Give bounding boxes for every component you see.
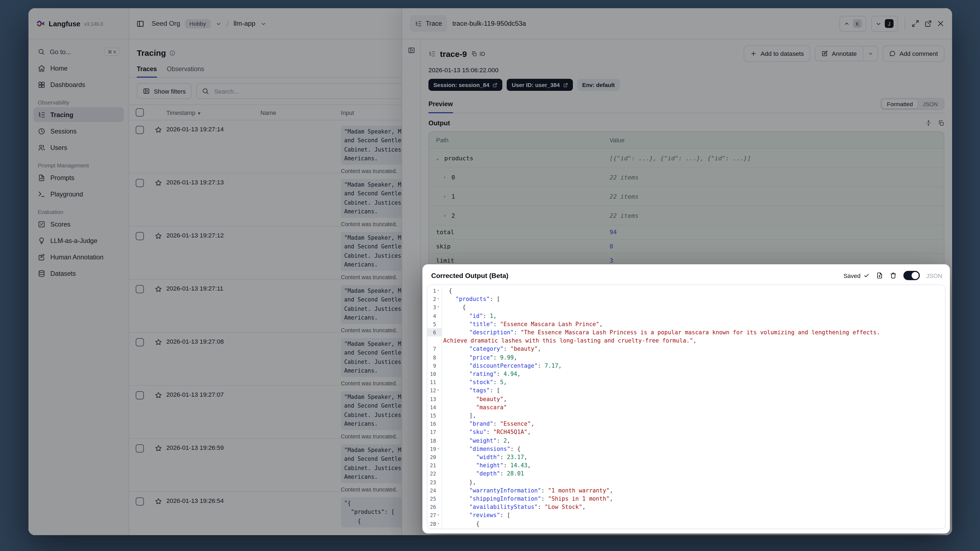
fold-chevron-icon[interactable]: ▾	[436, 287, 441, 295]
code-line: 2▾ "products": [	[427, 295, 945, 303]
code-line: 28▾ {	[427, 519, 945, 528]
code-line: 20 "width": 23.17,	[427, 453, 945, 461]
code-line: 17 "sku": "RCH45Q1A",	[427, 428, 945, 436]
code-line: 23 },	[427, 478, 945, 486]
code-line: 6 "description": "The Essence Mascara La…	[427, 328, 945, 336]
code-line: 15 ],	[427, 411, 945, 420]
line-number-gutter: 8	[427, 353, 442, 361]
line-number-gutter: 14	[427, 403, 442, 411]
trash-icon[interactable]	[889, 272, 897, 279]
line-number-gutter: 11	[427, 378, 442, 386]
line-number-gutter: 12▾	[427, 387, 442, 395]
json-toggle-label: JSON	[926, 272, 942, 279]
code-line: 4 "id": 1,	[427, 312, 945, 320]
code-line: Achieve dramatic lashes with this long-l…	[427, 336, 945, 345]
desktop-background: Langfuse v3.146.0 Go to... ⌘ K HomeDashb…	[0, 0, 980, 551]
code-line: 1▾{	[427, 287, 945, 295]
line-number-gutter: 13	[427, 395, 442, 403]
line-number-gutter: 5	[427, 320, 442, 328]
line-number-gutter: 19▾	[427, 445, 442, 453]
code-line: 16 "brand": "Essence",	[427, 420, 945, 428]
code-line: 14 "mascara"	[427, 403, 945, 411]
line-number-gutter: 23	[427, 478, 442, 486]
code-line: 22 "depth": 28.01	[427, 470, 945, 478]
code-line: 19▾ "dimensions": {	[427, 445, 945, 453]
code-line: 8 "price": 9.99,	[427, 353, 945, 361]
code-line: 3▾ {	[427, 303, 945, 312]
check-icon	[863, 272, 869, 279]
line-number-gutter: 22	[427, 470, 442, 478]
line-number-gutter: 9	[427, 361, 442, 370]
line-number-gutter: 18	[427, 436, 442, 444]
line-number-gutter: 6	[427, 328, 442, 336]
code-line: 25 "shippingInformation": "Ships in 1 mo…	[427, 495, 945, 503]
line-number-gutter: 28▾	[427, 519, 442, 528]
line-number-gutter: 10	[427, 370, 442, 378]
line-number-gutter: 26	[427, 503, 442, 511]
line-number-gutter: 15	[427, 411, 442, 420]
fold-chevron-icon[interactable]: ▾	[436, 303, 441, 312]
file-plus-icon[interactable]	[876, 272, 883, 279]
saved-label: Saved	[843, 272, 861, 279]
code-line: 11 "stock": 5,	[427, 378, 945, 386]
fold-chevron-icon[interactable]: ▾	[436, 387, 441, 395]
code-line: 7 "category": "beauty",	[427, 345, 945, 353]
code-line: 13 "beauty",	[427, 395, 945, 403]
line-number-gutter	[427, 336, 442, 345]
code-line: 24 "warrantyInformation": "1 month warra…	[427, 486, 945, 495]
line-number-gutter: 16	[427, 420, 442, 428]
line-number-gutter: 2▾	[427, 295, 442, 303]
code-line: 27▾ "reviews": [	[427, 511, 945, 519]
line-number-gutter: 1▾	[427, 287, 442, 295]
code-line: 10 "rating": 4.94,	[427, 370, 945, 378]
json-toggle[interactable]	[903, 271, 920, 280]
line-number-gutter: 3▾	[427, 303, 442, 312]
fold-chevron-icon[interactable]: ▾	[436, 511, 441, 519]
code-line: 21 "height": 14.43,	[427, 462, 945, 470]
code-line: 9 "discountPercentage": 7.17,	[427, 361, 945, 370]
app-window: Langfuse v3.146.0 Go to... ⌘ K HomeDashb…	[29, 8, 952, 535]
line-number-gutter: 7	[427, 345, 442, 353]
line-number-gutter: 24	[427, 486, 442, 495]
corrected-output-dialog: Corrected Output (Beta) Saved JSON 1▾{2▾…	[422, 264, 950, 533]
fold-chevron-icon[interactable]: ▾	[436, 445, 441, 453]
code-line: 18 "weight": 2,	[427, 436, 945, 444]
line-number-gutter: 20	[427, 453, 442, 461]
json-code-editor[interactable]: 1▾{2▾ "products": [3▾ {4 "id": 1,5 "titl…	[427, 285, 945, 529]
code-line: 26 "availabilityStatus": "Low Stock",	[427, 503, 945, 511]
fold-chevron-icon[interactable]: ▾	[436, 519, 441, 528]
dialog-title: Corrected Output (Beta)	[431, 272, 508, 279]
code-line: 12▾ "tags": [	[427, 387, 945, 395]
fold-chevron-icon[interactable]: ▾	[436, 295, 441, 303]
line-number-gutter: 25	[427, 495, 442, 503]
code-line: 5 "title": "Essence Mascara Lash Prince"…	[427, 320, 945, 328]
line-number-gutter: 4	[427, 312, 442, 320]
line-number-gutter: 17	[427, 428, 442, 436]
line-number-gutter: 21	[427, 462, 442, 470]
line-number-gutter: 27▾	[427, 511, 442, 519]
saved-status: Saved	[843, 272, 869, 279]
